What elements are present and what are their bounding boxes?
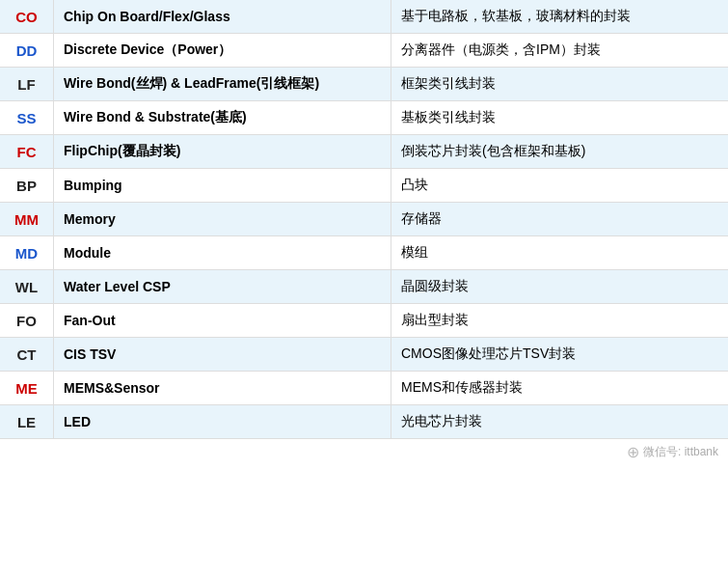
table-row: FCFlipChip(覆晶封装)倒装芯片封装(包含框架和基板)	[0, 135, 728, 169]
name-cell: LED	[53, 405, 391, 438]
name-cell: MEMS&Sensor	[53, 372, 391, 404]
name-cell: Bumping	[53, 169, 391, 202]
table-row: LELED光电芯片封装	[0, 405, 728, 439]
code-cell: LF	[0, 68, 53, 100]
table-row: BPBumping凸块	[0, 169, 728, 203]
name-cell: Memory	[53, 203, 391, 235]
name-cell: Wire Bond(丝焊) & LeadFrame(引线框架)	[53, 68, 391, 100]
table-row: MMMemory存储器	[0, 203, 728, 236]
desc-cell: 基于电路板，软基板，玻璃材料的封装	[391, 0, 728, 33]
code-cell: FO	[0, 304, 53, 337]
table-row: FOFan-Out扇出型封装	[0, 304, 728, 338]
desc-cell: 基板类引线封装	[391, 101, 728, 134]
code-cell: DD	[0, 34, 53, 67]
table-row: DDDiscrete Device（Power）分离器件（电源类，含IPM）封装	[0, 34, 728, 68]
desc-cell: MEMS和传感器封装	[391, 372, 728, 404]
table-row: MDModule模组	[0, 236, 728, 270]
table-row: LFWire Bond(丝焊) & LeadFrame(引线框架)框架类引线封装	[0, 68, 728, 101]
desc-cell: 分离器件（电源类，含IPM）封装	[391, 34, 728, 67]
table-row: WLWater Level CSP晶圆级封装	[0, 270, 728, 304]
watermark-text: 微信号: ittbank	[643, 444, 718, 460]
desc-cell: 晶圆级封装	[391, 270, 728, 303]
code-cell: CT	[0, 338, 53, 371]
name-cell: Module	[53, 236, 391, 269]
name-cell: Fan-Out	[53, 304, 391, 337]
desc-cell: CMOS图像处理芯片TSV封装	[391, 338, 728, 371]
desc-cell: 光电芯片封装	[391, 405, 728, 438]
name-cell: FlipChip(覆晶封装)	[53, 135, 391, 168]
code-cell: FC	[0, 135, 53, 168]
desc-cell: 扇出型封装	[391, 304, 728, 337]
table-row: MEMEMS&SensorMEMS和传感器封装	[0, 372, 728, 405]
watermark-bar: ⊕ 微信号: ittbank	[0, 439, 728, 465]
main-table: COChip On Board/Flex/Glass基于电路板，软基板，玻璃材料…	[0, 0, 728, 439]
name-cell: Discrete Device（Power）	[53, 34, 391, 67]
table-row: COChip On Board/Flex/Glass基于电路板，软基板，玻璃材料…	[0, 0, 728, 34]
code-cell: BP	[0, 169, 53, 202]
watermark-icon: ⊕	[627, 443, 639, 461]
desc-cell: 框架类引线封装	[391, 68, 728, 100]
table-row: CTCIS TSVCMOS图像处理芯片TSV封装	[0, 338, 728, 372]
name-cell: CIS TSV	[53, 338, 391, 371]
code-cell: SS	[0, 101, 53, 134]
code-cell: CO	[0, 0, 53, 33]
code-cell: ME	[0, 372, 53, 404]
code-cell: MM	[0, 203, 53, 235]
code-cell: WL	[0, 270, 53, 303]
name-cell: Water Level CSP	[53, 270, 391, 303]
name-cell: Wire Bond & Substrate(基底)	[53, 101, 391, 134]
desc-cell: 凸块	[391, 169, 728, 202]
code-cell: MD	[0, 236, 53, 269]
desc-cell: 模组	[391, 236, 728, 269]
desc-cell: 存储器	[391, 203, 728, 235]
code-cell: LE	[0, 405, 53, 438]
name-cell: Chip On Board/Flex/Glass	[53, 0, 391, 33]
table-row: SSWire Bond & Substrate(基底)基板类引线封装	[0, 101, 728, 135]
desc-cell: 倒装芯片封装(包含框架和基板)	[391, 135, 728, 168]
